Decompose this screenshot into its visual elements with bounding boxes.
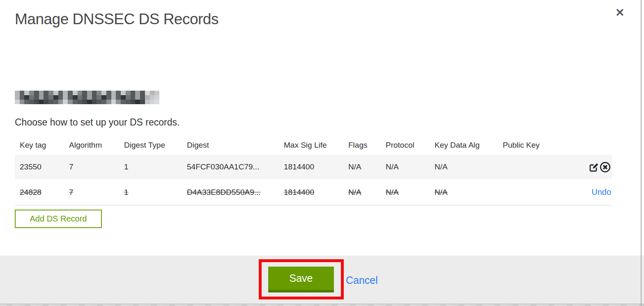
cell-max-sig-life: 1814400 <box>279 179 343 206</box>
col-header-digest-type: Digest Type <box>119 135 182 155</box>
cell-flags: N/A <box>343 155 381 179</box>
modal-right-edge <box>641 0 642 306</box>
row-actions: Undo <box>576 179 612 206</box>
col-header-flags: Flags <box>343 135 381 155</box>
table-row-deleted: 24828 7 1 D4A33E8DD550A9... 1814400 N/A … <box>15 179 612 206</box>
edit-icon[interactable] <box>588 162 599 173</box>
cell-protocol: N/A <box>381 179 430 206</box>
redacted-domain <box>15 91 159 104</box>
ds-records-table: Key tag Algorithm Digest Type Digest Max… <box>15 135 612 206</box>
add-ds-record-button[interactable]: Add DS Record <box>15 210 102 228</box>
cell-algorithm: 7 <box>64 155 119 179</box>
cell-key-data-alg: N/A <box>430 155 498 179</box>
table-row: 23550 7 1 54FCF030AA1C79... 1814400 N/A … <box>15 155 612 179</box>
table-header-row: Key tag Algorithm Digest Type Digest Max… <box>15 135 612 155</box>
modal-footer: Save Cancel <box>0 256 644 304</box>
col-header-protocol: Protocol <box>381 135 430 155</box>
instruction-text: Choose how to set up your DS records. <box>15 117 179 128</box>
col-header-algorithm: Algorithm <box>64 135 119 155</box>
col-header-max-sig-life: Max Sig Life <box>279 135 343 155</box>
col-header-public-key: Public Key <box>498 135 576 155</box>
col-header-digest: Digest <box>182 135 279 155</box>
cell-digest: 54FCF030AA1C79... <box>182 155 279 179</box>
cell-digest-type: 1 <box>119 179 182 206</box>
cell-flags: N/A <box>343 179 381 206</box>
col-header-actions <box>576 135 612 155</box>
row-actions <box>576 155 612 179</box>
modal-bottom-edge <box>0 304 644 306</box>
col-header-key-data-alg: Key Data Alg <box>430 135 498 155</box>
cell-public-key <box>498 155 576 179</box>
dnssec-modal: Manage DNSSEC DS Records ✕ Choose how to… <box>0 0 644 306</box>
cell-key-data-alg: N/A <box>430 179 498 206</box>
cell-digest-type: 1 <box>119 155 182 179</box>
cell-key-tag: 23550 <box>15 155 64 179</box>
cell-key-tag: 24828 <box>15 179 64 206</box>
col-header-key-tag: Key tag <box>15 135 64 155</box>
page-title: Manage DNSSEC DS Records <box>15 11 218 28</box>
cell-algorithm: 7 <box>64 179 119 206</box>
save-button[interactable]: Save <box>268 267 334 292</box>
undo-link[interactable]: Undo <box>591 187 611 196</box>
close-icon[interactable]: ✕ <box>615 7 625 18</box>
delete-icon[interactable] <box>599 161 611 173</box>
cell-public-key <box>498 179 576 206</box>
cell-max-sig-life: 1814400 <box>279 155 343 179</box>
cell-digest: D4A33E8DD550A9... <box>182 179 279 206</box>
cancel-link[interactable]: Cancel <box>346 274 378 286</box>
cell-protocol: N/A <box>381 155 430 179</box>
